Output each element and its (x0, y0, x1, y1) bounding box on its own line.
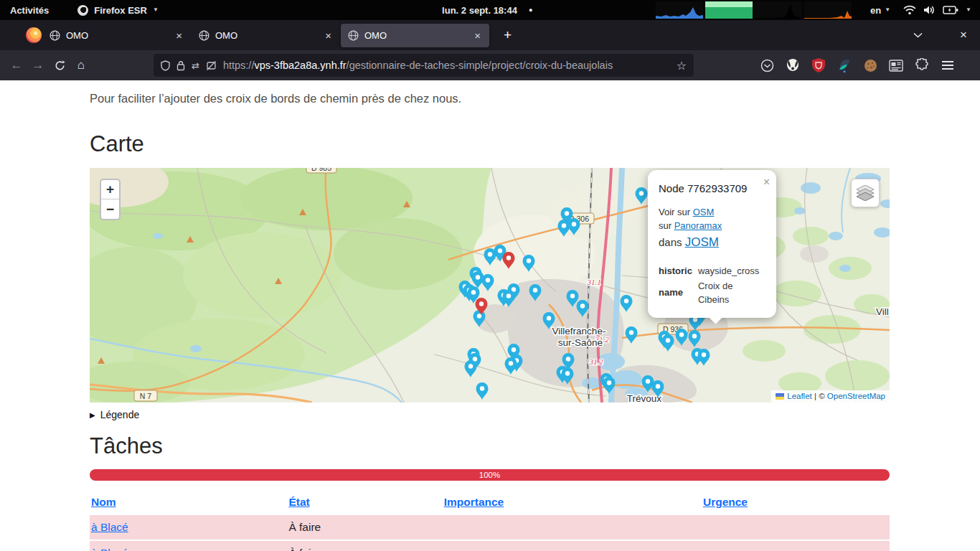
legend-label: Légende (100, 409, 140, 420)
reload-button[interactable] (49, 55, 70, 76)
popup-close-button[interactable]: × (763, 174, 770, 190)
svg-text:N 7: N 7 (140, 392, 152, 400)
memory-graph-icon (705, 1, 753, 19)
activities-button[interactable]: Activités (10, 5, 49, 16)
system-menu-caret-icon[interactable]: ▼ (966, 7, 971, 13)
leaflet-map[interactable]: 31.1 31.2 31.2 D 985 D 306 D 936 (90, 168, 890, 402)
map-popup: × Node 7762933709 Voir sur OSM sur Panor… (648, 170, 776, 318)
disk-graph-icon (804, 1, 852, 19)
reader-newspaper-icon[interactable] (889, 58, 903, 72)
leaflet-link[interactable]: Leaflet (787, 392, 812, 400)
tab-1[interactable]: OMO × (42, 24, 191, 47)
map-marker-blue-hole (565, 371, 570, 375)
tab-close-icon[interactable]: × (324, 29, 333, 42)
zoom-out-button[interactable]: − (101, 199, 119, 219)
osm-link[interactable]: OSM (693, 207, 715, 217)
map-marker-blue-hole (477, 314, 481, 318)
map-marker-blue-hole (527, 258, 531, 263)
ukraine-flag-icon (776, 393, 784, 400)
map-marker-blue-hole (639, 191, 644, 195)
firefox-logo-icon (26, 27, 42, 43)
screen: Activités Firefox ESR ▼ lun. 2 sept. 18:… (0, 0, 980, 551)
tasks-progress-bar: 100% (90, 469, 890, 481)
keyboard-layout-menu[interactable]: en ▼ (870, 5, 890, 16)
task-row: à Blacé À faire (90, 540, 890, 551)
map-marker-red-hole (479, 301, 484, 306)
task-status: À faire (287, 540, 442, 551)
zoom-control: + − (100, 179, 121, 220)
privacy-badger-icon[interactable] (786, 58, 800, 72)
system-top-bar: Activités Firefox ESR ▼ lun. 2 sept. 18:… (0, 0, 980, 20)
map-marker-blue-hole (629, 330, 633, 334)
clock-label: lun. 2 sept. 18:44 (442, 5, 517, 16)
permissions-icon[interactable]: ⇄ (192, 60, 199, 71)
url-text[interactable]: https://vps-3fba2a8a.ynh.fr/gestionnaire… (223, 60, 670, 71)
map-attribution: Leaflet | © OpenStreetMap (771, 390, 890, 402)
caret-down-icon: ▼ (153, 7, 159, 13)
hamburger-menu-icon[interactable] (941, 58, 955, 72)
map-marker-blue-hole (607, 380, 611, 385)
map-marker-blue-hole (533, 288, 537, 292)
map-marker-blue-hole (498, 248, 502, 253)
url-bar[interactable]: ⇄ https://vps-3fba2a8a.ynh.fr/gestionnai… (154, 54, 694, 77)
tracking-protection-shield-icon[interactable] (161, 60, 170, 71)
list-all-tabs-icon[interactable] (913, 32, 923, 38)
sort-etat-link[interactable]: État (288, 496, 309, 508)
tab-title: OMO (364, 30, 467, 41)
map-marker-blue-hole (656, 384, 660, 388)
task-status: À faire (287, 515, 442, 540)
firefox-esr-icon (77, 5, 88, 16)
layers-control-button[interactable] (851, 179, 880, 207)
map-marker-blue-hole (476, 275, 480, 279)
forward-button[interactable]: → (27, 55, 49, 76)
notification-dot-icon: ● (529, 6, 532, 14)
openstreetmap-link[interactable]: OpenStreetMap (827, 392, 885, 400)
attr-key: name (659, 279, 698, 308)
page-content: Pour faciliter l’ajouter des croix de bo… (0, 80, 980, 551)
tasks-section-heading: Tâches (90, 433, 890, 459)
attr-value: wayside_cross (698, 264, 763, 279)
system-monitor-applet[interactable] (656, 1, 852, 19)
pocket-icon[interactable] (760, 58, 774, 72)
lock-icon[interactable] (176, 60, 185, 71)
josm-link[interactable]: JOSM (685, 235, 719, 249)
task-link[interactable]: à Blacé (91, 521, 128, 533)
map-marker-blue-hole (473, 357, 477, 361)
bookmark-star-icon[interactable]: ☆ (677, 59, 687, 72)
home-button[interactable]: ⌂ (70, 55, 92, 76)
globe-icon (199, 30, 209, 41)
task-link[interactable]: à Blacé (91, 547, 128, 551)
teal-extension-icon[interactable] (837, 58, 852, 72)
map-marker-blue-hole (480, 386, 484, 390)
zoom-in-button[interactable]: + (101, 180, 119, 199)
task-row: à Blacé À faire (90, 515, 890, 540)
sort-urgence-link[interactable]: Urgence (703, 496, 748, 508)
city-label-villefranche-2: sur-Saône (558, 337, 603, 348)
sort-importance-link[interactable]: Importance (444, 496, 504, 508)
map-marker-blue-hole (666, 338, 670, 342)
map-marker-blue-hole (570, 293, 575, 298)
road-badge-d985: D 985 (306, 168, 336, 173)
back-button[interactable]: ← (6, 55, 27, 76)
new-tab-button[interactable]: + (499, 27, 516, 43)
tab-3-active[interactable]: OMO × (341, 24, 489, 47)
blocked-content-icon[interactable] (206, 60, 217, 71)
sort-nom-link[interactable]: Nom (91, 496, 116, 508)
task-importance (443, 515, 702, 540)
legend-arrow-icon: ▶ (90, 411, 95, 419)
tab-title: OMO (66, 30, 169, 41)
map-marker-blue-hole (488, 252, 492, 256)
ublock-origin-icon[interactable] (811, 58, 826, 72)
clock-menu[interactable]: lun. 2 sept. 18:44 ● (442, 5, 532, 16)
legend-toggle[interactable]: ▶ Légende (90, 409, 890, 420)
app-menu-firefox[interactable]: Firefox ESR ▼ (77, 5, 159, 16)
road-badge-n7: N 7 (134, 390, 157, 401)
project-description: Pour faciliter l’ajouter des croix de bo… (90, 92, 890, 105)
tab-close-icon[interactable]: × (473, 29, 482, 42)
cookie-icon[interactable] (863, 58, 877, 72)
tab-close-icon[interactable]: × (174, 29, 184, 42)
extensions-puzzle-icon[interactable] (915, 58, 929, 72)
window-close-icon[interactable]: × (960, 28, 967, 42)
tab-2[interactable]: OMO × (192, 24, 340, 47)
panoramax-link[interactable]: Panoramax (674, 220, 722, 231)
